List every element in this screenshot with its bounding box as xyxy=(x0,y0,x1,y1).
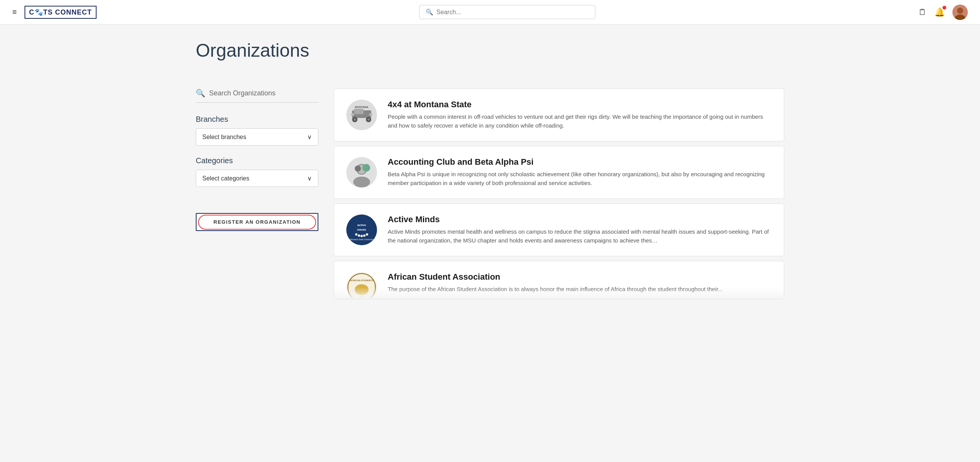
messages-icon[interactable]: 🗒 xyxy=(918,7,927,17)
svg-rect-11 xyxy=(369,113,372,116)
main-layout: 🔍 Search Organizations Branches Select b… xyxy=(184,73,796,315)
org-name-1: 4x4 at Montana State xyxy=(388,100,772,110)
org-card-3[interactable]: active minds Montana State University Ac… xyxy=(334,203,784,256)
header-right: 🗒 🔔 xyxy=(918,5,968,20)
logo[interactable]: C🐾TS CONNECT xyxy=(25,6,97,19)
svg-point-26 xyxy=(361,235,363,237)
org-card-1[interactable]: MONTANA 4x4 at Montana State People with… xyxy=(334,88,784,141)
org-logo-4: AFRICAN STUDENTS MSU xyxy=(346,272,377,299)
logo-text: C🐾TS CONNECT xyxy=(29,8,92,16)
search-orgs-text: Search Organizations xyxy=(209,89,275,97)
svg-point-19 xyxy=(362,164,370,172)
svg-text:MSU: MSU xyxy=(359,296,364,298)
org-info-3: Active Minds Active Minds promotes menta… xyxy=(388,215,772,245)
org-info-4: African Student Association The purpose … xyxy=(388,272,772,294)
svg-point-24 xyxy=(355,233,357,236)
branches-dropdown[interactable]: Select branches ∨ xyxy=(196,128,318,146)
org-desc-3: Active Minds promotes mental health and … xyxy=(388,228,772,245)
register-org-button[interactable]: REGISTER AN ORGANIZATION xyxy=(196,213,318,231)
svg-text:active: active xyxy=(357,223,366,227)
org-logo-3: active minds Montana State University xyxy=(346,215,377,245)
svg-text:minds: minds xyxy=(357,228,366,231)
svg-text:Montana State University: Montana State University xyxy=(350,238,374,241)
svg-rect-5 xyxy=(354,109,364,114)
org-logo-1: MONTANA xyxy=(346,100,377,130)
user-avatar[interactable] xyxy=(952,5,968,20)
org-info-2: Accounting Club and Beta Alpha Psi Beta … xyxy=(388,157,772,187)
org-name-4: African Student Association xyxy=(388,272,772,282)
categories-dropdown-text: Select categories xyxy=(202,175,249,182)
branches-dropdown-text: Select branches xyxy=(202,134,246,141)
chevron-down-icon: ∨ xyxy=(307,133,312,141)
header: ≡ C🐾TS CONNECT 🔍 🗒 🔔 xyxy=(0,0,980,25)
svg-point-9 xyxy=(367,118,370,121)
sidebar: 🔍 Search Organizations Branches Select b… xyxy=(196,88,318,299)
svg-point-1 xyxy=(957,8,963,14)
svg-point-33 xyxy=(355,284,369,295)
global-search-bar[interactable]: 🔍 xyxy=(419,5,595,19)
header-left: ≡ C🐾TS CONNECT xyxy=(12,6,97,19)
page-title: Organizations xyxy=(196,40,784,61)
organizations-list: MONTANA 4x4 at Montana State People with… xyxy=(334,88,784,299)
search-icon: 🔍 xyxy=(426,8,433,16)
branches-filter: Branches Select branches ∨ xyxy=(196,115,318,146)
svg-rect-10 xyxy=(351,113,354,116)
chevron-down-icon-2: ∨ xyxy=(307,175,312,182)
categories-filter: Categories Select categories ∨ xyxy=(196,156,318,187)
org-desc-1: People with a common interest in off-roa… xyxy=(388,113,772,130)
org-name-2: Accounting Club and Beta Alpha Psi xyxy=(388,157,772,167)
svg-point-7 xyxy=(354,118,356,121)
global-search-input[interactable] xyxy=(436,9,589,16)
notification-badge xyxy=(942,6,946,10)
org-card-4[interactable]: AFRICAN STUDENTS MSU African Student Ass… xyxy=(334,261,784,299)
svg-point-25 xyxy=(358,234,360,237)
header-center: 🔍 xyxy=(97,5,918,19)
categories-label: Categories xyxy=(196,156,318,165)
org-desc-4: The purpose of the African Student Assoc… xyxy=(388,285,772,294)
org-logo-2 xyxy=(346,157,377,188)
page-title-area: Organizations xyxy=(184,25,796,61)
branches-label: Branches xyxy=(196,115,318,124)
categories-dropdown[interactable]: Select categories ∨ xyxy=(196,170,318,187)
org-name-3: Active Minds xyxy=(388,215,772,224)
svg-point-17 xyxy=(355,165,361,172)
search-orgs-icon: 🔍 xyxy=(196,88,205,98)
svg-point-16 xyxy=(353,177,370,187)
svg-point-27 xyxy=(363,234,365,237)
org-info-1: 4x4 at Montana State People with a commo… xyxy=(388,100,772,130)
org-desc-2: Beta Alpha Psi is unique in recognizing … xyxy=(388,170,772,187)
search-orgs[interactable]: 🔍 Search Organizations xyxy=(196,88,318,103)
svg-text:MONTANA: MONTANA xyxy=(355,106,368,108)
menu-icon[interactable]: ≡ xyxy=(12,8,17,16)
svg-point-28 xyxy=(366,233,368,236)
svg-text:AFRICAN STUDENTS: AFRICAN STUDENTS xyxy=(350,279,374,282)
notifications-icon[interactable]: 🔔 xyxy=(934,7,945,17)
org-card-2[interactable]: Accounting Club and Beta Alpha Psi Beta … xyxy=(334,146,784,199)
